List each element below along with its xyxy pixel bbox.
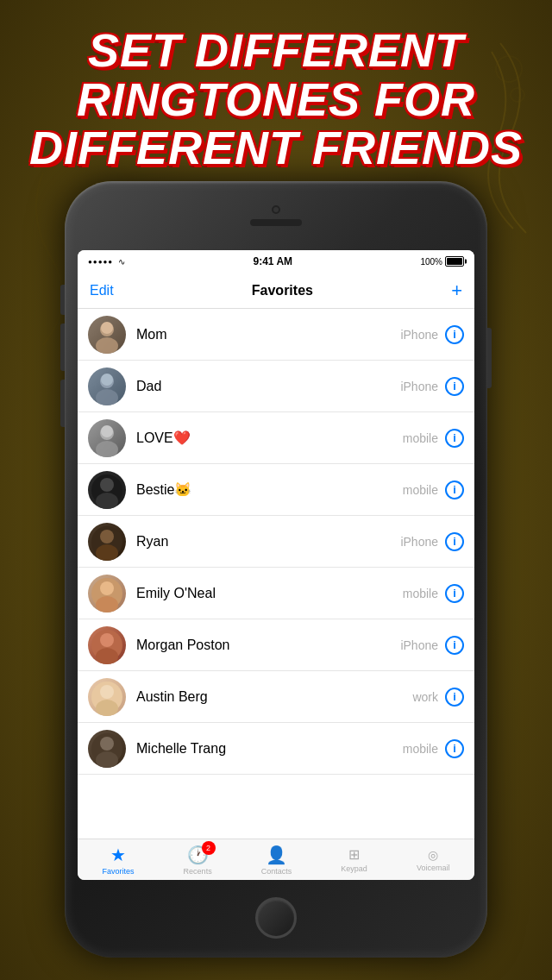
contact-type: iPhone bbox=[400, 638, 438, 652]
nav-bar: Edit Favorites + bbox=[78, 273, 474, 309]
favorites-icon: ★ bbox=[110, 845, 126, 865]
contact-type: iPhone bbox=[400, 380, 438, 393]
table-row[interactable]: LOVE❤️ mobile i bbox=[78, 412, 474, 464]
table-row[interactable]: Austin Berg work i bbox=[78, 671, 474, 723]
avatar bbox=[88, 575, 126, 612]
tab-bar: ★ Favorites 🕐 2 Recents 👤 Contacts ⊞ K bbox=[78, 839, 474, 880]
svg-point-12 bbox=[100, 478, 114, 492]
svg-point-10 bbox=[101, 425, 113, 437]
avatar bbox=[88, 368, 126, 405]
volume-down-button bbox=[60, 380, 65, 427]
contact-name: Emily O'Neal bbox=[136, 586, 403, 601]
battery-fill bbox=[447, 258, 462, 265]
table-row[interactable]: Mom iPhone i bbox=[78, 309, 474, 361]
info-button[interactable]: i bbox=[445, 584, 464, 603]
tab-contacts[interactable]: 👤 Contacts bbox=[261, 845, 292, 876]
nav-title: Favorites bbox=[252, 283, 313, 298]
info-button[interactable]: i bbox=[445, 377, 464, 396]
contact-type: mobile bbox=[403, 742, 438, 756]
info-button[interactable]: i bbox=[445, 739, 464, 758]
header-text: SET DIFFERENT RINGTONES FOR DIFFERENT FR… bbox=[17, 26, 535, 173]
info-button[interactable]: i bbox=[445, 481, 464, 499]
contact-type: mobile bbox=[403, 587, 438, 600]
header-title: SET DIFFERENT RINGTONES FOR DIFFERENT FR… bbox=[17, 26, 535, 173]
svg-point-18 bbox=[100, 581, 114, 595]
contact-name: Michelle Trang bbox=[136, 741, 403, 757]
tab-favorites-label: Favorites bbox=[103, 867, 135, 876]
avatar bbox=[88, 626, 126, 664]
signal-dots: ●●●●● bbox=[88, 258, 113, 266]
svg-point-7 bbox=[101, 374, 113, 386]
contact-type: iPhone bbox=[400, 328, 438, 342]
svg-point-24 bbox=[100, 685, 114, 699]
tab-voicemail-label: Voicemail bbox=[417, 864, 450, 872]
svg-point-9 bbox=[96, 441, 118, 457]
phone-top-bar bbox=[250, 205, 302, 226]
avatar bbox=[88, 316, 126, 354]
svg-point-4 bbox=[101, 322, 113, 334]
contact-type: work bbox=[412, 690, 438, 704]
contact-type: mobile bbox=[403, 483, 438, 497]
battery-percent: 100% bbox=[420, 257, 442, 267]
status-bar: ●●●●● ∿ 9:41 AM 100% bbox=[78, 250, 474, 273]
avatar bbox=[88, 419, 126, 457]
tab-voicemail[interactable]: ◎ Voicemail bbox=[417, 848, 450, 872]
contact-name: LOVE❤️ bbox=[136, 430, 403, 446]
svg-point-15 bbox=[100, 530, 114, 543]
avatar bbox=[88, 730, 126, 768]
contact-name: Ryan bbox=[136, 534, 400, 550]
svg-point-6 bbox=[96, 389, 118, 405]
wifi-icon: ∿ bbox=[118, 257, 125, 267]
add-button[interactable]: + bbox=[451, 281, 462, 300]
svg-point-27 bbox=[100, 737, 114, 751]
volume-up-button bbox=[60, 324, 65, 371]
phone-body: ●●●●● ∿ 9:41 AM 100% Edit Favorites + bbox=[65, 181, 487, 958]
contact-name: Bestie🐱 bbox=[136, 481, 403, 498]
tab-recents-label: Recents bbox=[184, 867, 212, 876]
info-button[interactable]: i bbox=[445, 688, 464, 707]
voicemail-icon: ◎ bbox=[428, 848, 438, 862]
edit-button[interactable]: Edit bbox=[90, 283, 114, 298]
table-row[interactable]: Dad iPhone i bbox=[78, 361, 474, 412]
contact-list: Mom iPhone i Dad iPhone i bbox=[78, 309, 474, 839]
contact-name: Austin Berg bbox=[136, 689, 412, 705]
tab-keypad-label: Keypad bbox=[341, 864, 367, 873]
contact-type: iPhone bbox=[400, 535, 438, 549]
battery-icon bbox=[445, 256, 464, 267]
speaker bbox=[250, 219, 302, 226]
signal-area: ●●●●● ∿ bbox=[88, 257, 125, 267]
svg-point-21 bbox=[100, 633, 114, 647]
contact-type: mobile bbox=[403, 431, 438, 445]
avatar bbox=[88, 678, 126, 716]
info-button[interactable]: i bbox=[445, 636, 464, 655]
keypad-icon: ⊞ bbox=[348, 846, 360, 863]
home-button[interactable] bbox=[255, 897, 297, 939]
table-row[interactable]: Bestie🐱 mobile i bbox=[78, 464, 474, 516]
table-row[interactable]: Emily O'Neal mobile i bbox=[78, 568, 474, 619]
info-button[interactable]: i bbox=[445, 429, 464, 448]
svg-point-3 bbox=[96, 337, 118, 354]
table-row[interactable]: Michelle Trang mobile i bbox=[78, 723, 474, 775]
table-row[interactable]: Ryan iPhone i bbox=[78, 516, 474, 568]
info-button[interactable]: i bbox=[445, 325, 464, 344]
tab-recents[interactable]: 🕐 2 Recents bbox=[184, 845, 212, 876]
camera bbox=[272, 205, 280, 214]
phone-screen: ●●●●● ∿ 9:41 AM 100% Edit Favorites + bbox=[78, 250, 474, 880]
contact-name: Dad bbox=[136, 379, 400, 394]
phone-frame: ●●●●● ∿ 9:41 AM 100% Edit Favorites + bbox=[65, 181, 487, 958]
power-button bbox=[487, 328, 492, 388]
status-time: 9:41 AM bbox=[254, 255, 293, 267]
info-button[interactable]: i bbox=[445, 532, 464, 551]
table-row[interactable]: Morgan Poston iPhone i bbox=[78, 619, 474, 671]
avatar bbox=[88, 523, 126, 561]
mute-button bbox=[60, 285, 65, 315]
avatar bbox=[88, 471, 126, 509]
contacts-icon: 👤 bbox=[266, 845, 287, 865]
tab-favorites[interactable]: ★ Favorites bbox=[103, 845, 135, 876]
tab-contacts-label: Contacts bbox=[261, 867, 292, 876]
recents-badge-container: 🕐 2 bbox=[187, 845, 209, 865]
contact-name: Mom bbox=[136, 327, 400, 342]
battery-area: 100% bbox=[420, 256, 464, 267]
tab-keypad[interactable]: ⊞ Keypad bbox=[341, 846, 367, 873]
contact-name: Morgan Poston bbox=[136, 638, 400, 653]
